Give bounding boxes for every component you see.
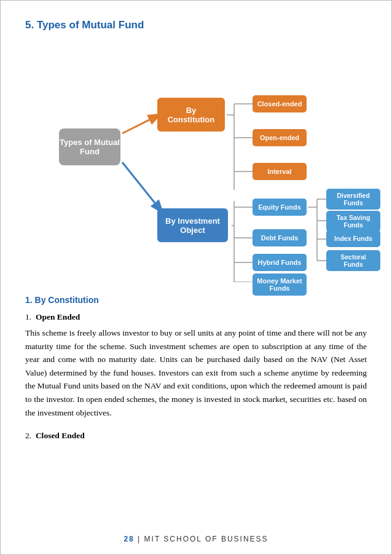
by-investment-box: By InvestmentObject <box>157 208 228 242</box>
open-ended-box: Open-ended <box>253 129 307 146</box>
equity-funds-box: Equity Funds <box>253 199 307 216</box>
page-number: 28 <box>123 535 134 543</box>
tax-saving-funds-box: Tax SavingFunds <box>326 211 380 232</box>
content-area: 1. By Constitution 1. Open Ended This sc… <box>25 293 367 443</box>
page-footer: 28 | MIT SCHOOL OF BUSINESS <box>1 535 391 543</box>
svg-line-0 <box>122 115 159 133</box>
footer-separator: | <box>135 535 144 543</box>
sectoral-funds-box: SectoralFunds <box>326 250 380 271</box>
page-title: 5. Types of Mutual Fund <box>25 19 367 31</box>
page: 5. Types of Mutual Fund <box>0 0 392 555</box>
svg-line-1 <box>122 162 162 211</box>
section1-heading: 1. By Constitution <box>25 293 367 307</box>
item1-paragraph: This scheme is freely allows investor to… <box>25 326 367 419</box>
closed-ended-box: Closed-ended <box>253 95 307 112</box>
debt-funds-box: Debt Funds <box>253 229 307 246</box>
index-funds-box: Index Funds <box>326 230 380 247</box>
diagram-area: Types of Mutual Fund ByConstitution By I… <box>25 42 367 282</box>
institute-name: MIT SCHOOL OF BUSINESS <box>144 535 269 543</box>
interval-box: Interval <box>253 163 307 180</box>
hybrid-funds-box: Hybrid Funds <box>253 254 307 271</box>
diversified-funds-box: DiversifiedFunds <box>326 189 380 210</box>
money-market-funds-box: Money MarketFunds <box>253 274 307 296</box>
item1-title: 1. Open Ended <box>25 310 367 324</box>
types-of-mutual-fund-box: Types of Mutual Fund <box>59 128 120 165</box>
item2-title: 2. Closed Ended <box>25 429 367 443</box>
by-constitution-box: ByConstitution <box>157 98 225 132</box>
